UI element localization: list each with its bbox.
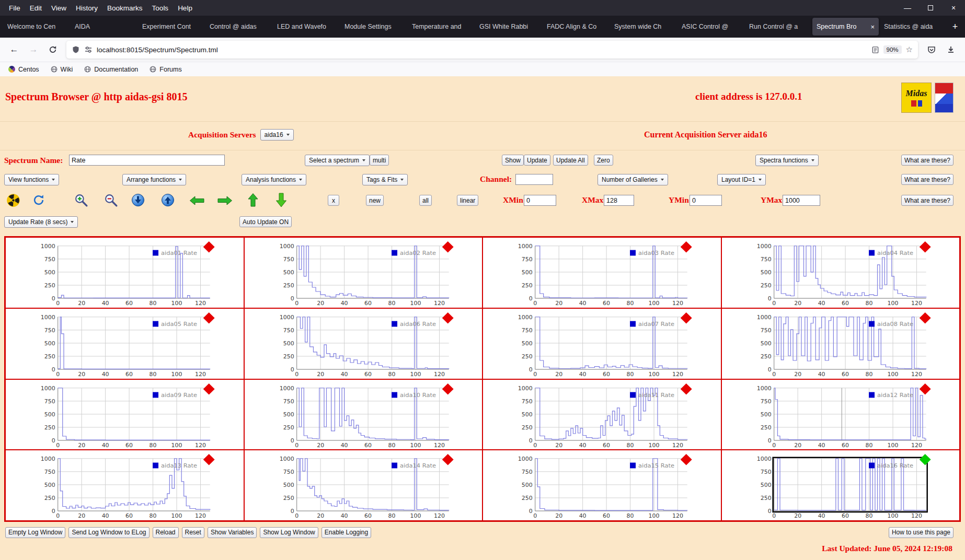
bookmark-forums[interactable]: Forums	[145, 64, 186, 75]
ymax-input[interactable]	[783, 195, 820, 206]
spectrum-panel-aida08[interactable]: 02505007501000020406080100120aida08 Rate	[721, 308, 960, 379]
reload-icon[interactable]	[44, 41, 62, 59]
status-diamond-icon[interactable]	[203, 383, 215, 394]
xmin-input[interactable]	[524, 195, 556, 206]
spectrum-panel-aida14[interactable]: 02505007501000020406080100120aida14 Rate	[244, 450, 483, 521]
spectrum-panel-aida03[interactable]: 02505007501000020406080100120aida03 Rate	[483, 237, 721, 308]
radiation-icon[interactable]	[6, 193, 20, 207]
permissions-icon[interactable]	[84, 45, 93, 54]
layout-id-select[interactable]: Layout ID=1	[717, 174, 766, 185]
status-diamond-icon[interactable]	[203, 241, 215, 253]
arrange-functions-select[interactable]: Arrange functions	[122, 174, 186, 185]
status-diamond-icon[interactable]	[681, 383, 692, 394]
x-button[interactable]: x	[328, 195, 339, 206]
tab-statistics[interactable]: Statistics @ aida	[880, 18, 946, 36]
status-diamond-icon[interactable]	[442, 312, 453, 324]
spectrum-panel-aida15[interactable]: 02505007501000020406080100120aida15 Rate	[483, 450, 721, 521]
tab-welcome[interactable]: Welcome to Cen	[3, 18, 70, 36]
tab-asic-control[interactable]: ASIC Control @	[677, 18, 744, 36]
status-diamond-icon[interactable]	[919, 454, 930, 465]
status-diamond-icon[interactable]	[203, 312, 215, 324]
menu-view[interactable]: View	[47, 2, 71, 14]
spectrum-panel-aida02[interactable]: 02505007501000020406080100120aida02 Rate	[244, 237, 483, 308]
tab-aida[interactable]: AIDA	[71, 18, 137, 36]
spectrum-panel-aida06[interactable]: 02505007501000020406080100120aida06 Rate	[244, 308, 483, 379]
number-of-galleries-select[interactable]: Number of Galleries	[598, 174, 668, 185]
status-diamond-icon[interactable]	[203, 454, 215, 465]
what-are-these-button-1[interactable]: What are these?	[901, 155, 953, 166]
status-diamond-icon[interactable]	[442, 383, 453, 394]
all-button[interactable]: all	[419, 195, 432, 206]
menu-help[interactable]: Help	[173, 2, 197, 14]
linear-button[interactable]: linear	[457, 195, 478, 206]
auto-update-button[interactable]: Auto Update ON	[239, 216, 292, 227]
analysis-functions-select[interactable]: Analysis functions	[242, 174, 306, 185]
bookmark-wiki[interactable]: Wiki	[47, 64, 77, 75]
arrow-right-icon[interactable]	[216, 195, 233, 206]
menu-file[interactable]: File	[4, 2, 25, 14]
tab-module-settings[interactable]: Module Settings	[340, 18, 407, 36]
enable-logging-button[interactable]: Enable Logging	[321, 527, 371, 538]
what-are-these-button-3[interactable]: What are these?	[901, 195, 953, 206]
shield-icon[interactable]	[72, 45, 80, 54]
arrow-down-icon[interactable]	[275, 192, 288, 208]
select-spectrum-dropdown[interactable]: Select a spectrum	[305, 155, 370, 166]
menu-bookmarks[interactable]: Bookmarks	[102, 2, 147, 14]
pocket-icon[interactable]	[923, 41, 940, 59]
maximize-icon[interactable]	[919, 0, 942, 16]
spectrum-panel-aida07[interactable]: 02505007501000020406080100120aida07 Rate	[483, 308, 721, 379]
tags-fits-select[interactable]: Tags & Fits	[362, 174, 408, 185]
view-functions-select[interactable]: View functions	[4, 174, 59, 185]
show-button[interactable]: Show	[502, 155, 524, 166]
channel-input[interactable]	[515, 174, 553, 185]
tab-temperature[interactable]: Temperature and	[408, 18, 474, 36]
new-tab-button[interactable]: +	[947, 19, 963, 34]
new-button[interactable]: new	[366, 195, 384, 206]
url-bar[interactable]: localhost:8015/Spectrum/Spectrum.tml 90%…	[66, 41, 918, 59]
status-diamond-icon[interactable]	[681, 312, 692, 324]
arrow-up-icon[interactable]	[247, 192, 259, 208]
globe-down-icon[interactable]	[131, 193, 145, 207]
status-diamond-icon[interactable]	[442, 241, 453, 253]
update-all-button[interactable]: Update All	[553, 155, 588, 166]
show-variables-button[interactable]: Show Variables	[208, 527, 257, 538]
how-to-use-button[interactable]: How to use this page	[889, 527, 953, 538]
xmax-input[interactable]	[604, 195, 634, 206]
status-diamond-icon[interactable]	[919, 383, 930, 394]
download-icon[interactable]	[942, 41, 960, 59]
spectra-functions-select[interactable]: Spectra functions	[755, 155, 819, 166]
zoom-level-indicator[interactable]: 90%	[883, 45, 902, 54]
status-diamond-icon[interactable]	[681, 241, 692, 253]
bookmark-documentation[interactable]: Documentation	[80, 64, 142, 75]
what-are-these-button-2[interactable]: What are these?	[901, 174, 953, 185]
spectrum-panel-aida09[interactable]: 02505007501000020406080100120aida09 Rate	[5, 379, 244, 450]
spectrum-panel-aida16[interactable]: 02505007501000020406080100120aida16 Rate	[721, 450, 960, 521]
reset-button[interactable]: Reset	[182, 527, 204, 538]
tab-close-icon[interactable]: ×	[870, 23, 875, 31]
show-log-window-button[interactable]: Show Log Window	[260, 527, 318, 538]
tab-gsi-white-rabbit[interactable]: GSI White Rabbi	[475, 18, 542, 36]
bookmark-star-icon[interactable]: ☆	[906, 45, 913, 54]
status-diamond-icon[interactable]	[919, 241, 930, 253]
status-diamond-icon[interactable]	[442, 454, 453, 465]
tab-spectrum-browser-active[interactable]: Spectrum Bro ×	[812, 18, 879, 36]
minimize-icon[interactable]: —	[896, 0, 919, 16]
spectrum-panel-aida04[interactable]: 02505007501000020406080100120aida04 Rate	[721, 237, 960, 308]
back-icon[interactable]: ←	[5, 41, 23, 59]
spectrum-panel-aida13[interactable]: 02505007501000020406080100120aida13 Rate	[5, 450, 244, 521]
reload-button[interactable]: Reload	[153, 527, 179, 538]
reader-view-icon[interactable]	[871, 46, 879, 54]
url-text[interactable]: localhost:8015/Spectrum/Spectrum.tml	[97, 46, 867, 54]
tab-system-wide[interactable]: System wide Ch	[610, 18, 676, 36]
spectrum-name-input[interactable]	[69, 155, 225, 166]
spectrum-panel-aida12[interactable]: 02505007501000020406080100120aida12 Rate	[721, 379, 960, 450]
ymin-input[interactable]	[690, 195, 722, 206]
tab-led-waveform[interactable]: LED and Wavefo	[273, 18, 339, 36]
send-log-to-elog-button[interactable]: Send Log Window to ELog	[68, 527, 149, 538]
tab-run-control[interactable]: Run Control @ a	[745, 18, 811, 36]
globe-up-icon[interactable]	[161, 193, 175, 207]
update-rate-select[interactable]: Update Rate (8 secs)	[4, 216, 78, 228]
close-icon[interactable]: ×	[942, 0, 965, 16]
status-diamond-icon[interactable]	[681, 454, 692, 465]
menu-edit[interactable]: Edit	[25, 2, 47, 14]
